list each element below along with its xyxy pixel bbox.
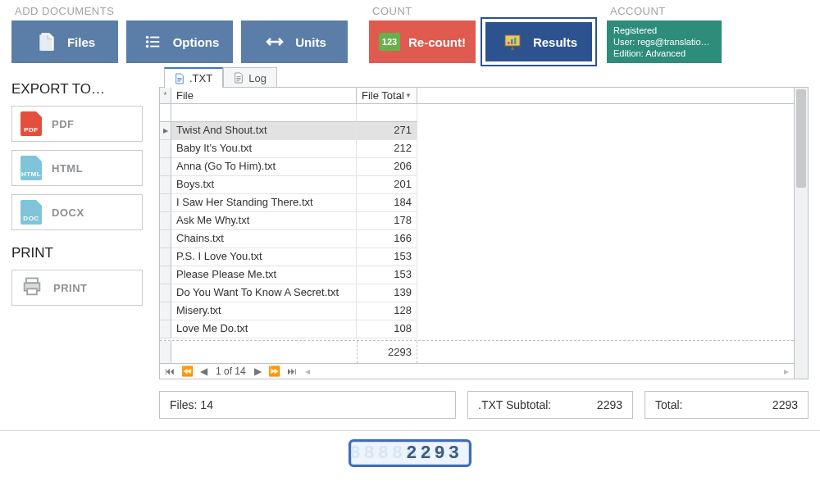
recount-button-label: Re-count! [408, 35, 466, 49]
table-row[interactable]: Boys.txt201 [160, 176, 794, 194]
table-row[interactable]: ▶Twist And Shout.txt271 [160, 122, 794, 140]
filter-row[interactable] [160, 104, 794, 122]
summary-subtotal-label: .TXT Subtotal: [478, 398, 551, 411]
table-row[interactable]: Misery.txt128 [160, 302, 794, 320]
table-row[interactable]: Baby It's You.txt212 [160, 140, 794, 158]
vertical-scrollbar[interactable] [794, 88, 808, 379]
cell-total: 128 [357, 302, 417, 320]
nav-nextpage-icon[interactable]: ⏩ [268, 366, 280, 377]
account-panel[interactable]: Registered User: regs@translatio… Editio… [607, 20, 722, 63]
table-row[interactable]: Ask Me Why.txt178 [160, 212, 794, 230]
cell-file: Ask Me Why.txt [171, 212, 357, 230]
cell-total: 271 [357, 122, 417, 140]
print-button[interactable]: PRINT [11, 270, 143, 306]
recount-icon: 123 [379, 33, 400, 51]
cell-total: 153 [357, 248, 417, 266]
txt-doc-icon [175, 73, 184, 84]
cell-file: Chains.txt [171, 230, 357, 248]
column-header-file-total-label: File Total [362, 89, 404, 102]
svg-rect-9 [514, 38, 517, 44]
nav-last-icon[interactable]: ⏭ [287, 366, 297, 377]
summary-total-label: Total: [655, 398, 682, 411]
hscroll-right-icon[interactable]: ▸ [784, 366, 789, 377]
tab-log[interactable]: Log [223, 67, 277, 88]
table-row[interactable]: P.S. I Love You.txt153 [160, 248, 794, 266]
files-button-label: Files [67, 35, 95, 49]
options-button-label: Options [173, 35, 220, 49]
svg-rect-5 [150, 46, 159, 48]
scrollbar-thumb[interactable] [796, 89, 806, 188]
cell-file: Anna (Go To Him).txt [171, 158, 357, 176]
hscroll-left-icon[interactable]: ◂ [305, 366, 310, 377]
results-button[interactable]: Results [484, 20, 594, 63]
table-row[interactable]: Please Please Me.txt153 [160, 266, 794, 284]
svg-rect-8 [511, 39, 513, 44]
svg-rect-18 [237, 79, 241, 80]
summary-subtotal-value: 2293 [597, 398, 622, 411]
table-row[interactable]: I Saw Her Standing There.txt184 [160, 194, 794, 212]
cell-file: Love Me Do.txt [171, 320, 357, 338]
cell-file: Boys.txt [171, 176, 357, 194]
svg-rect-7 [508, 42, 510, 44]
row-indicator [160, 266, 171, 284]
log-doc-icon [234, 72, 244, 84]
results-grid: * File File Total ▼ ▶Twist And Shout.txt… [159, 87, 809, 379]
group-add-documents-label: ADD DOCUMENTS [15, 5, 369, 17]
summary-total-value: 2293 [772, 398, 798, 411]
svg-rect-17 [237, 78, 241, 79]
docx-icon: DOC [20, 200, 42, 225]
nav-prev-icon[interactable]: ◀ [200, 366, 207, 377]
nav-prevpage-icon[interactable]: ⏪ [181, 366, 194, 377]
units-button-label: Units [295, 35, 326, 49]
cell-total: 139 [357, 284, 417, 302]
column-header-file-total[interactable]: File Total ▼ [357, 88, 417, 103]
units-button[interactable]: Units [241, 20, 348, 63]
svg-point-0 [145, 36, 148, 39]
tab-txt[interactable]: .TXT [164, 67, 223, 88]
cell-file: Do You Want To Know A Secret.txt [171, 284, 357, 302]
cell-file: Twist And Shout.txt [171, 122, 357, 140]
column-header-file[interactable]: File [171, 88, 357, 103]
files-icon [34, 30, 59, 54]
cell-total: 212 [357, 140, 417, 158]
svg-rect-19 [237, 80, 239, 81]
recount-button[interactable]: 123 Re-count! [369, 20, 476, 63]
svg-rect-15 [177, 80, 180, 81]
export-pdf-button[interactable]: PDF PDF [11, 106, 143, 142]
options-icon [140, 30, 165, 54]
table-row[interactable]: Chains.txt166 [160, 230, 794, 248]
table-row[interactable]: Love Me Do.txt108 [160, 320, 794, 338]
cell-total: 178 [357, 212, 417, 230]
table-row[interactable]: Do You Want To Know A Secret.txt139 [160, 284, 794, 302]
cell-total: 201 [357, 176, 417, 194]
nav-next-icon[interactable]: ▶ [254, 366, 262, 377]
svg-point-2 [145, 40, 148, 43]
divider [0, 430, 820, 431]
results-button-label: Results [533, 35, 577, 49]
grid-grand-total: 2293 [357, 341, 417, 363]
pager-text: 1 of 14 [216, 366, 246, 377]
row-indicator [160, 212, 171, 230]
account-edition: Edition: Advanced [613, 48, 715, 60]
group-count-label: COUNT [372, 5, 607, 17]
pdf-icon: PDF [20, 111, 42, 136]
column-indicator[interactable]: * [160, 88, 171, 103]
cell-file: Baby It's You.txt [171, 140, 357, 158]
html-icon: HTML [20, 156, 42, 180]
nav-first-icon[interactable]: ⏮ [165, 366, 175, 377]
grid-footer: 2293 [160, 340, 794, 363]
options-button[interactable]: Options [126, 20, 233, 63]
svg-point-4 [145, 45, 148, 48]
account-status: Registered [613, 25, 715, 37]
files-button[interactable]: Files [11, 20, 118, 63]
row-indicator [160, 140, 171, 158]
export-heading: EXPORT TO… [11, 81, 144, 98]
export-html-button[interactable]: HTML HTML [11, 150, 143, 186]
export-docx-button[interactable]: DOC DOCX [11, 194, 143, 230]
cell-file: Please Please Me.txt [171, 266, 357, 284]
group-account-label: ACCOUNT [610, 5, 722, 17]
table-row[interactable]: Anna (Go To Him).txt206 [160, 158, 794, 176]
row-indicator [160, 302, 171, 320]
cell-total: 206 [357, 158, 417, 176]
lcd-value: 2293 [406, 443, 462, 464]
